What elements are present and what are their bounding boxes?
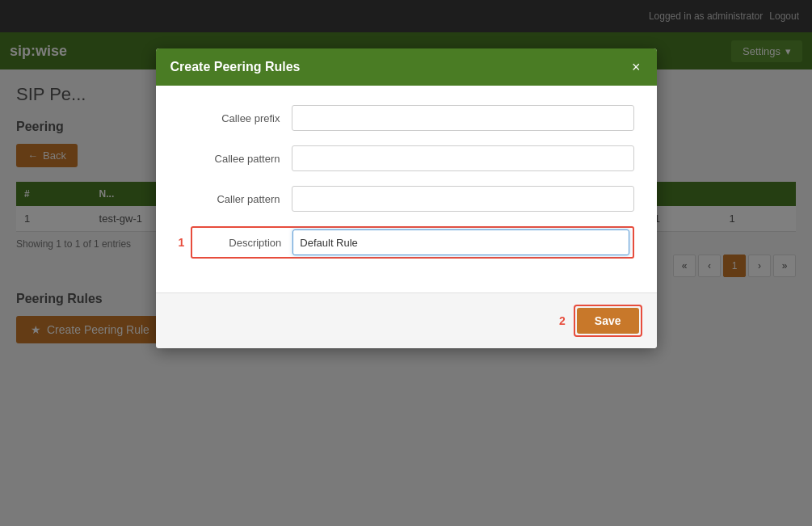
modal-close-button[interactable]: × <box>630 60 642 74</box>
annotation-1: 1 <box>179 236 185 249</box>
save-button[interactable]: Save <box>577 308 639 334</box>
description-input[interactable] <box>292 229 629 255</box>
create-peering-rules-modal: Create Peering Rules × Callee prefix Cal… <box>156 48 657 348</box>
modal-header: Create Peering Rules × <box>156 48 657 86</box>
annotation-2: 2 <box>559 314 566 327</box>
callee-pattern-label: Callee pattern <box>179 153 292 165</box>
modal-footer: 2 Save <box>156 292 657 348</box>
callee-pattern-row: Callee pattern <box>179 145 634 171</box>
callee-prefix-input[interactable] <box>292 105 634 131</box>
modal-overlay: Create Peering Rules × Callee prefix Cal… <box>0 0 812 526</box>
save-button-wrapper: Save <box>574 305 642 337</box>
description-label: Description <box>196 237 292 249</box>
callee-prefix-label: Callee prefix <box>179 112 292 124</box>
caller-pattern-input[interactable] <box>292 186 634 212</box>
callee-pattern-input[interactable] <box>292 145 634 171</box>
caller-pattern-label: Caller pattern <box>179 193 292 205</box>
modal-title: Create Peering Rules <box>170 60 301 74</box>
callee-prefix-row: Callee prefix <box>179 105 634 131</box>
caller-pattern-row: Caller pattern <box>179 186 634 212</box>
modal-body: Callee prefix Callee pattern Caller patt… <box>156 86 657 292</box>
